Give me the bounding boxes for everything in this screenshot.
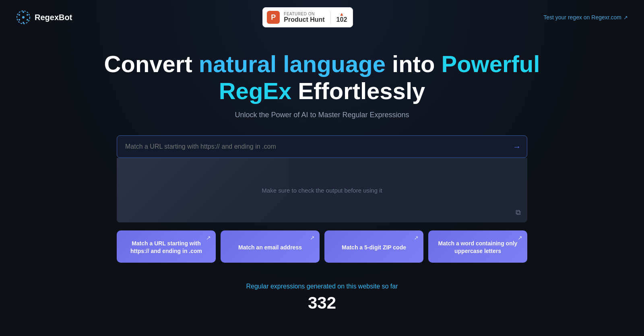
copy-icon[interactable]: ⧉ <box>516 208 521 217</box>
input-container: → <box>117 135 527 158</box>
external-link-text: Test your regex on Regexr.com <box>543 14 621 21</box>
ph-name: Product Hunt <box>284 16 324 23</box>
external-regexr-link[interactable]: Test your regex on Regexr.com ↗ <box>543 14 628 21</box>
regex-input[interactable] <box>117 135 527 158</box>
logo-area: RegexBot <box>16 10 72 25</box>
suggestion-chip-0[interactable]: ↗ Match a URL starting with https:// and… <box>117 230 216 263</box>
svg-point-2 <box>19 14 20 16</box>
svg-point-3 <box>27 14 28 16</box>
ph-logo-icon: P <box>267 11 280 24</box>
svg-point-1 <box>22 16 25 19</box>
suggestions-grid: ↗ Match a URL starting with https:// and… <box>117 230 527 263</box>
stats-label: Regular expressions generated on this we… <box>246 283 398 290</box>
svg-point-7 <box>23 22 24 23</box>
stats-section: Regular expressions generated on this we… <box>246 283 398 313</box>
hero-title-part1: Convert <box>104 51 199 77</box>
svg-point-5 <box>27 19 28 21</box>
output-container: Make sure to check the output before usi… <box>117 158 527 222</box>
suggestion-chip-3[interactable]: ↗ Match a word containing only uppercase… <box>428 230 527 263</box>
hero-title-part3: Effortlessly <box>291 78 425 104</box>
ph-vote-count: 102 <box>336 17 347 23</box>
chip-arrow-icon-1: ↗ <box>310 234 315 241</box>
logo-icon <box>16 10 31 25</box>
suggestion-chip-2[interactable]: ↗ Match a 5-digit ZIP code <box>324 230 423 263</box>
output-placeholder-text: Make sure to check the output before usi… <box>254 179 390 202</box>
hero-title-highlight1: natural language <box>199 51 386 77</box>
suggestion-chip-label-2: Match a 5-digit ZIP code <box>342 244 406 252</box>
hero-title-part2: into <box>386 51 442 77</box>
suggestion-chip-label-1: Match an email address <box>238 244 302 252</box>
suggestion-chip-1[interactable]: ↗ Match an email address <box>221 230 320 263</box>
ph-text-area: FEATURED ON Product Hunt <box>284 12 324 23</box>
svg-point-4 <box>19 19 20 21</box>
external-link-icon: ↗ <box>623 15 628 21</box>
chip-arrow-icon-3: ↗ <box>518 234 522 241</box>
ph-featured-label: FEATURED ON <box>284 12 324 16</box>
suggestion-chip-label-3: Match a word containing only uppercase l… <box>436 240 520 255</box>
chip-arrow-icon-2: ↗ <box>414 234 419 241</box>
suggestion-chip-label-0: Match a URL starting with https:// and e… <box>124 240 208 255</box>
logo-text: RegexBot <box>35 13 72 22</box>
chip-arrow-icon-0: ↗ <box>206 234 211 241</box>
hero-subtitle: Unlock the Power of AI to Master Regular… <box>235 111 409 119</box>
stats-count: 332 <box>308 293 336 313</box>
ph-count-area: ▲ 102 <box>336 12 347 23</box>
product-hunt-badge[interactable]: P FEATURED ON Product Hunt ▲ 102 <box>262 7 353 27</box>
svg-point-6 <box>23 11 24 13</box>
ph-divider <box>330 11 331 24</box>
hero-title: Convert natural language into Powerful R… <box>101 51 543 104</box>
